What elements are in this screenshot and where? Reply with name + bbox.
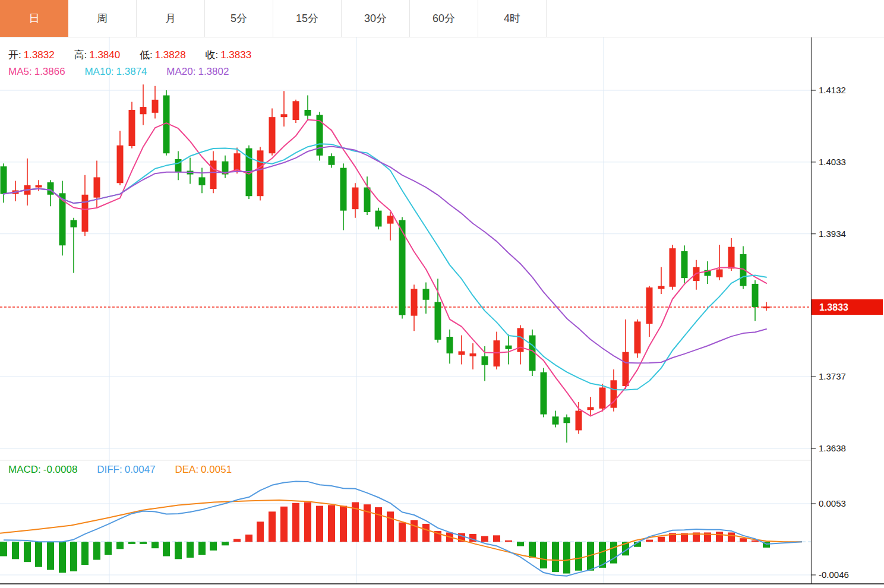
candle-body	[681, 251, 688, 278]
macd-bar	[292, 503, 299, 542]
candle-body	[140, 107, 147, 114]
macd-bar	[245, 535, 252, 542]
tab-month[interactable]: 月	[137, 0, 205, 37]
candle-body	[281, 114, 288, 117]
trading-chart-app: 1.41321.40331.39341.37371.36380.0053-0.0…	[0, 0, 884, 588]
macd-bar	[47, 542, 54, 570]
candle-body	[82, 195, 89, 232]
dea-readout: DEA:0.0051	[175, 464, 232, 475]
macd-bar	[151, 542, 159, 548]
macd-bar	[280, 507, 288, 542]
candle-body	[670, 248, 676, 287]
candle-body	[506, 346, 512, 349]
candle-body	[423, 289, 430, 299]
candle-body	[588, 407, 594, 410]
tab-15min[interactable]: 15分	[273, 0, 342, 37]
macd-bar	[716, 532, 723, 542]
macd-readout: MACD:-0.0008	[8, 464, 77, 475]
macd-bar	[328, 505, 335, 542]
candle-body	[634, 321, 641, 353]
candle-body	[552, 416, 559, 424]
candle-body	[36, 185, 42, 188]
macd-bar	[529, 542, 536, 558]
candle-body	[1, 166, 7, 194]
candle-body	[494, 340, 500, 366]
candle-body	[387, 216, 394, 223]
macd-bar	[210, 542, 217, 551]
macd-bar	[575, 542, 582, 570]
macd-bar	[304, 502, 311, 542]
axis-tick-label: 1.4132	[819, 85, 846, 95]
macd-bar	[222, 542, 229, 545]
high-readout: 高:1.3840	[74, 49, 120, 61]
candle-body	[199, 177, 206, 185]
macd-bar	[233, 539, 241, 542]
macd-bar	[0, 542, 7, 556]
tab-day[interactable]: 日	[0, 0, 68, 37]
macd-bar	[752, 540, 759, 542]
candle-body	[305, 110, 311, 116]
candle-body	[375, 211, 382, 227]
tab-30min[interactable]: 30分	[342, 0, 410, 37]
candle-body	[435, 302, 441, 339]
macd-bar	[364, 504, 371, 542]
candle-body	[257, 150, 264, 196]
macd-bar	[316, 506, 323, 542]
macd-bar	[24, 542, 31, 562]
macd-bar	[70, 542, 77, 571]
timeframe-tab-bar: 日 周 月 5分 15分 30分 60分 4时	[0, 0, 884, 37]
ma10-readout: MA10:1.3874	[84, 66, 147, 77]
macd-legend: MACD:-0.0008 DIFF:0.0047 DEA:0.0051	[8, 464, 248, 476]
candle-body	[352, 188, 359, 210]
macd-bar	[12, 542, 19, 559]
tab-4hour[interactable]: 4时	[478, 0, 547, 37]
candle-body	[364, 188, 371, 213]
axis-tick-label: 1.3934	[819, 229, 846, 239]
tab-5min[interactable]: 5分	[205, 0, 273, 37]
tab-week[interactable]: 周	[68, 0, 137, 37]
axis-tick-label: 1.4033	[819, 157, 846, 167]
candle-body	[411, 289, 418, 315]
ohlc-legend: 开:1.3832 高:1.3840 低:1.3828 收:1.3833	[8, 48, 268, 62]
candle-body	[752, 284, 759, 307]
current-price-tag-label: 1.3833	[819, 302, 848, 312]
macd-bar	[411, 520, 418, 542]
low-readout: 低:1.3828	[140, 49, 186, 61]
macd-bar	[340, 506, 347, 542]
macd-bar	[481, 536, 488, 542]
macd-bar	[198, 542, 206, 555]
candle-body	[623, 352, 629, 386]
macd-bar	[728, 532, 735, 542]
axis-tick-label: 1.3638	[819, 443, 846, 453]
candle-body	[599, 387, 606, 408]
ma5-readout: MA5:1.3866	[8, 66, 65, 77]
candle-body	[646, 287, 653, 324]
candle-body	[210, 160, 217, 189]
candle-body	[576, 411, 582, 431]
macd-bar	[35, 542, 42, 567]
candle-body	[152, 100, 159, 113]
candle-body	[329, 156, 335, 165]
candle-body	[716, 270, 723, 277]
candle-body	[470, 353, 476, 356]
candle-body	[340, 168, 347, 211]
macd-bar	[105, 542, 112, 555]
macd-bar	[81, 542, 89, 565]
macd-bar	[140, 542, 147, 544]
candle-body	[71, 220, 77, 227]
macd-bar	[517, 542, 524, 546]
diff-readout: DIFF:0.0047	[97, 464, 156, 475]
candle-body	[234, 153, 241, 170]
candle-body	[459, 351, 465, 355]
macd-bar	[59, 542, 66, 573]
candle-body	[658, 286, 665, 289]
macd-bar	[163, 542, 170, 556]
macd-bar	[128, 542, 135, 544]
tab-60min[interactable]: 60分	[410, 0, 478, 37]
candle-body	[175, 159, 182, 172]
macd-bar	[552, 542, 559, 572]
candle-body	[728, 247, 735, 269]
macd-bar	[175, 542, 182, 559]
macd-bar	[563, 542, 570, 573]
chart-canvas[interactable]: 1.41321.40331.39341.37371.36380.0053-0.0…	[0, 0, 884, 588]
